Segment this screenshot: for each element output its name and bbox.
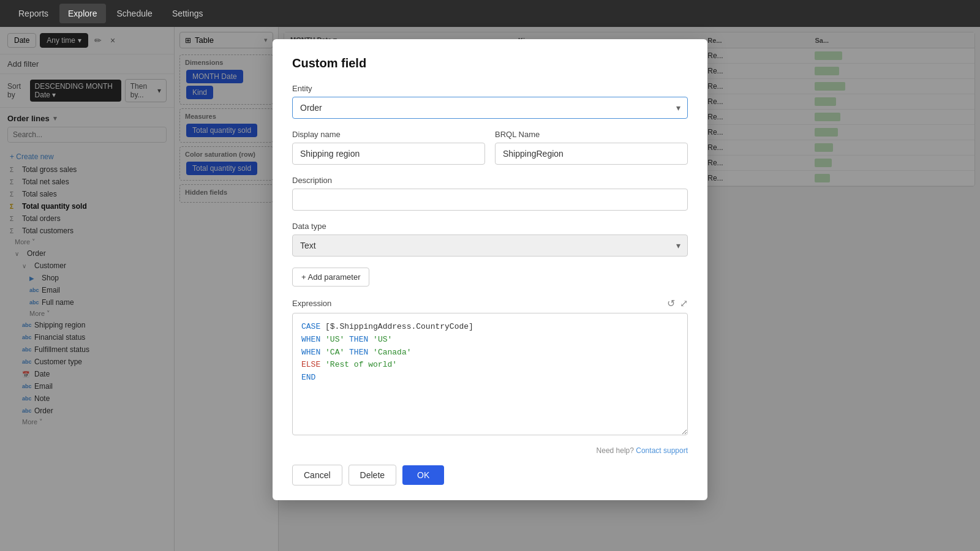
entity-form-group: Entity Order ▾ (292, 84, 688, 119)
modal-overlay: Custom field Entity Order ▾ Display name (0, 27, 980, 551)
data-type-group: Data type Text ▾ (292, 222, 688, 257)
brql-name-input[interactable] (495, 143, 688, 165)
add-param-btn[interactable]: + Add parameter (292, 268, 369, 287)
nav-explore[interactable]: Explore (59, 4, 105, 23)
modal-footer: Cancel Delete OK (292, 465, 688, 485)
brql-name-label: BRQL Name (495, 130, 688, 139)
expression-icons: ↺ ⤢ (667, 298, 688, 309)
expand-icon[interactable]: ⤢ (680, 298, 688, 309)
cancel-button[interactable]: Cancel (292, 465, 342, 485)
description-label: Description (292, 176, 688, 185)
expression-label: Expression (292, 299, 331, 308)
nav-schedule[interactable]: Schedule (108, 4, 161, 23)
delete-button[interactable]: Delete (349, 465, 396, 485)
modal-title: Custom field (292, 56, 688, 70)
display-name-label: Display name (292, 130, 485, 139)
name-row: Display name BRQL Name (292, 130, 688, 176)
data-type-label: Data type (292, 222, 688, 231)
top-nav: Reports Explore Schedule Settings (0, 0, 980, 27)
expression-label-row: Expression ↺ ⤢ (292, 298, 688, 309)
display-name-input[interactable] (292, 143, 485, 165)
entity-label: Entity (292, 84, 688, 93)
expression-editor[interactable]: CASE [$.ShippingAddress.CountryCode] WHE… (292, 313, 688, 435)
display-name-group: Display name (292, 130, 485, 165)
description-group: Description (292, 176, 688, 211)
add-param-group: + Add parameter (292, 268, 688, 287)
nav-reports[interactable]: Reports (10, 4, 57, 23)
data-type-select-wrapper: Text ▾ (292, 234, 688, 257)
custom-field-modal: Custom field Entity Order ▾ Display name (273, 39, 707, 500)
expression-group: Expression ↺ ⤢ CASE [$.ShippingAddress.C… (292, 298, 688, 435)
entity-select-wrapper: Order ▾ (292, 97, 688, 119)
ok-button[interactable]: OK (402, 465, 444, 485)
history-icon[interactable]: ↺ (667, 298, 675, 309)
entity-select[interactable]: Order (292, 97, 688, 119)
nav-settings[interactable]: Settings (164, 4, 212, 23)
contact-support-link[interactable]: Contact support (636, 446, 688, 455)
brql-name-group: BRQL Name (495, 130, 688, 165)
help-text: Need help? Contact support (292, 446, 688, 455)
main-layout: Date Any time ▾ ✏ × Add filter Sort by D… (0, 27, 980, 551)
data-type-select[interactable]: Text (292, 234, 688, 257)
description-input[interactable] (292, 189, 688, 211)
